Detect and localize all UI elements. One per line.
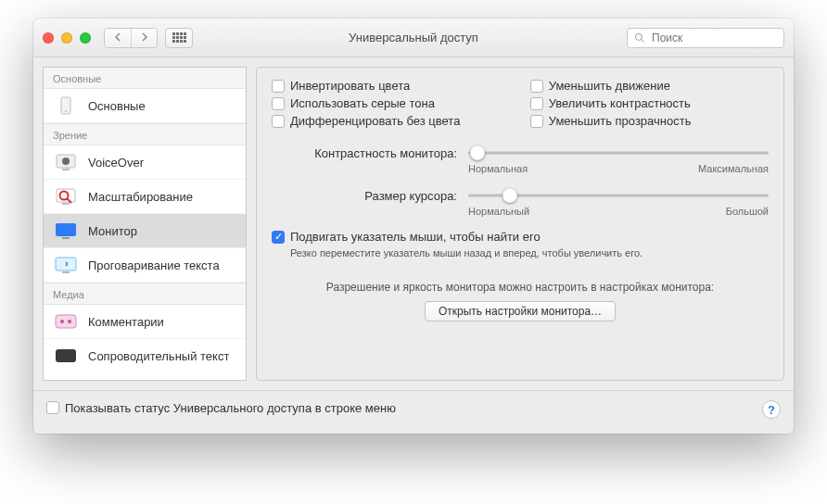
svg-point-5 (62, 158, 70, 165)
sidebar-item-speech[interactable]: Проговаривание текста (44, 248, 246, 283)
checkbox-label: Инвертировать цвета (290, 79, 410, 93)
invert-colors-checkbox[interactable]: Инвертировать цвета (272, 79, 510, 93)
footer: Показывать статус Универсального доступа… (33, 391, 794, 434)
show-all-button[interactable] (165, 28, 193, 48)
slider-min-label: Нормальный (468, 206, 529, 217)
svg-line-1 (642, 39, 644, 42)
svg-point-0 (636, 33, 643, 40)
general-icon (53, 95, 79, 116)
slider-max-label: Максимальная (698, 163, 769, 174)
checkbox-icon (272, 115, 285, 128)
cursor-scale: Нормальный Большой (468, 206, 769, 217)
checkbox-label: Увеличить контрастность (549, 96, 691, 110)
svg-rect-12 (62, 237, 70, 239)
forward-button[interactable] (131, 29, 157, 47)
sidebar-section-general: Основные (44, 68, 246, 89)
checkbox-label: Уменьшить прозрачность (549, 114, 692, 128)
svg-rect-11 (56, 223, 76, 236)
main-panel: Инвертировать цвета Использовать серые т… (256, 67, 784, 381)
sidebar-item-descriptions[interactable]: Комментарии (44, 305, 246, 339)
svg-point-16 (60, 320, 64, 323)
captions-icon (53, 346, 79, 366)
contrast-slider-row: Контрастность монитора: (272, 145, 769, 161)
checkbox-icon (530, 80, 543, 93)
sidebar-item-label: Проговаривание текста (88, 258, 220, 272)
speech-icon (53, 255, 79, 275)
svg-rect-6 (62, 169, 70, 170)
slider-thumb[interactable] (503, 188, 517, 203)
shake-mouse-block: Подвигать указатель мыши, чтобы найти ег… (272, 230, 769, 258)
resolution-note: Разрешение и яркость монитора можно наст… (272, 281, 769, 294)
shake-mouse-checkbox[interactable]: Подвигать указатель мыши, чтобы найти ег… (272, 230, 769, 244)
sidebar-item-label: VoiceOver (88, 156, 144, 170)
open-display-settings-button[interactable]: Открыть настройки монитора… (425, 301, 616, 321)
nav-back-forward (104, 28, 158, 48)
search-input[interactable] (627, 28, 784, 48)
voiceover-icon (53, 152, 79, 172)
close-window-button[interactable] (43, 32, 54, 44)
contrast-slider[interactable] (468, 145, 769, 161)
checkbox-icon (272, 80, 285, 93)
sidebar-item-label: Комментарии (88, 315, 164, 329)
help-button[interactable]: ? (762, 400, 781, 419)
increase-contrast-checkbox[interactable]: Увеличить контрастность (530, 96, 769, 110)
checkbox-icon (530, 97, 543, 110)
svg-rect-18 (56, 349, 76, 362)
svg-rect-10 (62, 203, 70, 205)
sidebar-section-vision: Зрение (44, 123, 246, 145)
svg-point-3 (65, 110, 67, 112)
sidebar-item-label: Масштабирование (88, 190, 193, 204)
window-body: Основные Основные Зрение VoiceOver (33, 57, 794, 391)
sidebar-scroll[interactable]: Основные Основные Зрение VoiceOver (44, 68, 246, 380)
back-button[interactable] (105, 29, 131, 47)
checkbox-icon (272, 97, 285, 110)
checkbox-icon (272, 231, 285, 244)
svg-rect-14 (62, 271, 70, 273)
preferences-window: Универсальный доступ Основные Основные З… (33, 19, 794, 434)
zoom-icon (53, 186, 79, 207)
sidebar-item-label: Сопроводительный текст (88, 349, 229, 363)
sidebar-item-voiceover[interactable]: VoiceOver (44, 145, 246, 180)
zoom-window-button[interactable] (80, 32, 91, 44)
checkbox-label: Уменьшить движение (549, 79, 670, 93)
sidebar-item-label: Основные (88, 99, 146, 113)
cursor-label: Размер курсора: (272, 189, 457, 203)
diff-without-color-checkbox[interactable]: Дифференцировать без цвета (272, 114, 510, 128)
contrast-label: Контрастность монитора: (272, 146, 457, 160)
slider-min-label: Нормальная (468, 163, 528, 174)
grid-icon (172, 32, 186, 43)
checkbox-icon (46, 401, 59, 414)
reduce-motion-checkbox[interactable]: Уменьшить движение (530, 79, 769, 93)
sidebar-item-label: Монитор (88, 224, 137, 238)
svg-rect-15 (56, 315, 76, 328)
svg-rect-13 (56, 258, 76, 271)
checkbox-label: Использовать серые тона (290, 96, 435, 110)
reduce-transparency-checkbox[interactable]: Уменьшить прозрачность (530, 114, 769, 128)
titlebar: Универсальный доступ (33, 19, 794, 57)
slider-thumb[interactable] (470, 145, 485, 160)
show-status-menu-checkbox[interactable]: Показывать статус Универсального доступа… (46, 401, 396, 415)
search-field-wrap (627, 28, 784, 48)
checkbox-icon (530, 115, 543, 128)
grayscale-checkbox[interactable]: Использовать серые тона (272, 96, 510, 110)
sidebar-item-display[interactable]: Монитор (44, 214, 246, 248)
svg-point-17 (68, 320, 71, 323)
descriptions-icon (53, 311, 79, 332)
sidebar: Основные Основные Зрение VoiceOver (43, 67, 247, 381)
slider-max-label: Большой (726, 206, 769, 217)
sidebar-item-captions[interactable]: Сопроводительный текст (44, 339, 246, 366)
checkbox-label: Показывать статус Универсального доступа… (65, 401, 396, 415)
checkbox-label: Подвигать указатель мыши, чтобы найти ег… (290, 230, 541, 244)
checkbox-grid: Инвертировать цвета Использовать серые т… (272, 79, 769, 132)
search-icon (634, 32, 645, 44)
contrast-scale: Нормальная Максимальная (468, 163, 769, 174)
minimize-window-button[interactable] (61, 32, 72, 44)
display-icon (53, 220, 79, 241)
shake-mouse-hint: Резко переместите указатель мыши назад и… (290, 247, 769, 258)
cursor-slider-row: Размер курсора: (272, 187, 769, 204)
sidebar-item-general[interactable]: Основные (44, 89, 246, 123)
checkbox-label: Дифференцировать без цвета (290, 114, 460, 128)
cursor-slider[interactable] (468, 187, 769, 204)
sidebar-section-media: Медиа (44, 283, 246, 305)
sidebar-item-zoom[interactable]: Масштабирование (44, 180, 246, 214)
